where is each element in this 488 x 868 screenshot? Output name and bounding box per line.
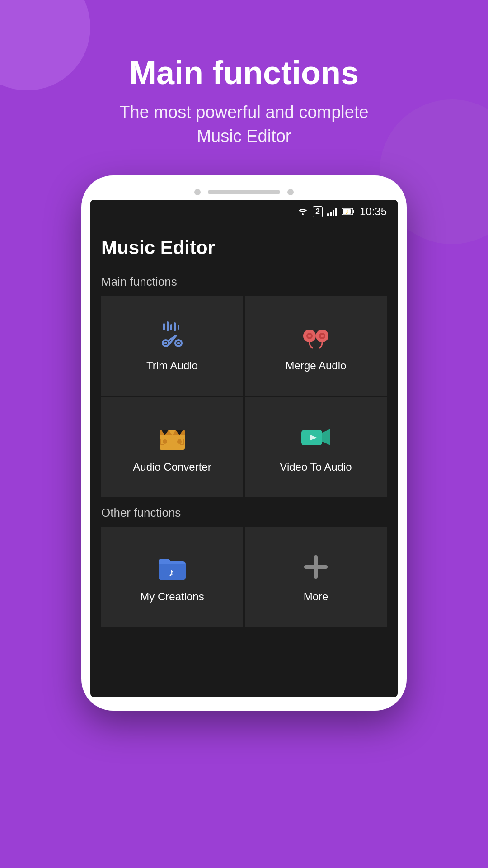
signal-icon bbox=[327, 207, 337, 216]
status-bar: 2 ⚡ 10:35 bbox=[90, 200, 398, 223]
video-to-audio-card[interactable]: Video To Audio bbox=[245, 397, 387, 497]
svg-rect-37 bbox=[304, 565, 328, 569]
svg-rect-6 bbox=[353, 210, 354, 213]
page-subtitle: The most powerful and completeMusic Edit… bbox=[0, 100, 488, 148]
phone-screen: 2 ⚡ 10:35 Mu bbox=[90, 200, 398, 697]
phone-sensor-right bbox=[287, 189, 294, 195]
phone-top-bar bbox=[90, 189, 398, 195]
header-area: Main functions The most powerful and com… bbox=[0, 0, 488, 175]
svg-point-28 bbox=[163, 439, 167, 444]
svg-rect-10 bbox=[167, 321, 169, 331]
video-to-audio-icon bbox=[300, 421, 332, 453]
wifi-icon bbox=[297, 207, 308, 216]
status-time: 10:35 bbox=[360, 205, 387, 218]
svg-rect-13 bbox=[178, 325, 179, 330]
svg-marker-34 bbox=[322, 429, 330, 445]
svg-rect-11 bbox=[170, 324, 172, 330]
my-creations-card[interactable]: ♪ My Creations bbox=[101, 527, 243, 627]
svg-rect-2 bbox=[330, 212, 332, 216]
status-icons: 2 ⚡ 10:35 bbox=[297, 205, 387, 218]
trim-audio-icon bbox=[156, 320, 188, 352]
my-creations-label: My Creations bbox=[140, 590, 204, 603]
main-functions-label: Main functions bbox=[101, 275, 387, 289]
main-functions-grid: Trim Audio bbox=[101, 296, 387, 497]
phone-sensor-left bbox=[194, 189, 201, 195]
svg-point-15 bbox=[164, 342, 167, 344]
more-label: More bbox=[304, 590, 328, 603]
svg-point-25 bbox=[321, 335, 324, 337]
merge-audio-card[interactable]: Merge Audio bbox=[245, 296, 387, 396]
audio-converter-icon bbox=[156, 421, 188, 453]
battery-icon: ⚡ bbox=[342, 208, 355, 216]
my-creations-icon: ♪ bbox=[156, 551, 188, 583]
svg-point-17 bbox=[177, 342, 180, 344]
merge-audio-label: Merge Audio bbox=[286, 359, 347, 372]
phone-frame: 2 ⚡ 10:35 Mu bbox=[81, 175, 407, 711]
svg-text:♪: ♪ bbox=[169, 566, 174, 578]
more-card[interactable]: More bbox=[245, 527, 387, 627]
sim-badge: 2 bbox=[313, 206, 323, 217]
other-functions-grid: ♪ My Creations bbox=[101, 527, 387, 627]
svg-rect-3 bbox=[333, 210, 334, 216]
page-title: Main functions bbox=[0, 54, 488, 91]
video-to-audio-label: Video To Audio bbox=[280, 461, 352, 473]
trim-audio-label: Trim Audio bbox=[146, 359, 198, 372]
svg-rect-4 bbox=[335, 208, 337, 216]
audio-converter-label: Audio Converter bbox=[133, 461, 211, 473]
audio-converter-card[interactable]: Audio Converter bbox=[101, 397, 243, 497]
merge-audio-icon bbox=[300, 320, 332, 352]
svg-rect-12 bbox=[174, 322, 176, 331]
phone-speaker bbox=[208, 190, 280, 194]
app-title: Music Editor bbox=[101, 237, 387, 259]
svg-text:⚡: ⚡ bbox=[345, 210, 349, 214]
other-functions-label: Other functions bbox=[101, 506, 387, 520]
more-icon bbox=[300, 551, 332, 583]
svg-rect-9 bbox=[163, 323, 165, 330]
svg-rect-1 bbox=[327, 213, 329, 216]
svg-point-0 bbox=[302, 213, 304, 215]
svg-point-22 bbox=[308, 335, 311, 337]
svg-point-29 bbox=[177, 439, 182, 444]
app-content: Music Editor Main functions bbox=[90, 223, 398, 642]
trim-audio-card[interactable]: Trim Audio bbox=[101, 296, 243, 396]
